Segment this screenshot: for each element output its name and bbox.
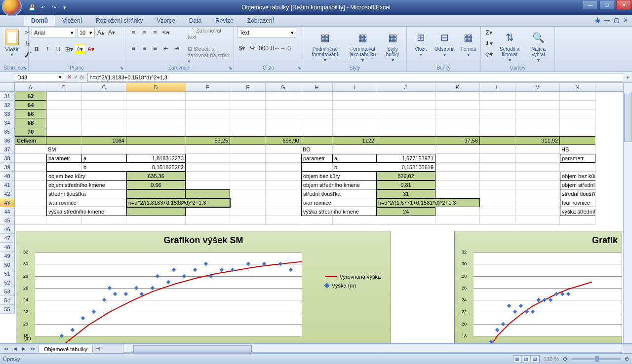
align-top-icon[interactable]: ≡	[128, 28, 138, 37]
cell-A33[interactable]: 66	[15, 109, 46, 118]
accept-formula-icon[interactable]: ✓	[74, 74, 78, 80]
vertical-scrollbar[interactable]	[623, 83, 632, 343]
row-header-32[interactable]: 32	[0, 101, 15, 109]
cell-B44[interactable]: výška středního kmene	[46, 207, 126, 216]
cell-D44[interactable]	[126, 207, 186, 216]
underline-button[interactable]: U	[53, 44, 63, 54]
fx-icon[interactable]: fx	[80, 74, 84, 80]
clipboard-expand-icon[interactable]: ⬊	[23, 66, 27, 71]
cell-B41[interactable]: objem středního kmene	[46, 181, 126, 189]
row-header-51[interactable]: 51	[0, 269, 15, 278]
view-break-icon[interactable]: ▧	[531, 355, 540, 363]
fill-color-button[interactable]: ◊▾	[75, 44, 85, 54]
italic-button[interactable]: I	[42, 44, 52, 54]
cell-N36[interactable]	[560, 136, 595, 145]
comma-icon[interactable]: 000	[259, 43, 269, 53]
col-header-G[interactable]: G	[266, 83, 301, 92]
cell-D43[interactable]: h=d^2/(1.8183+0.1518*d)^2+1,3	[126, 198, 230, 207]
sheet-last-icon[interactable]: ⏭	[29, 345, 37, 352]
cell-N44[interactable]: výška středního	[560, 207, 595, 216]
row-header-38[interactable]: 38	[0, 154, 15, 163]
tab-view[interactable]: Zobrazení	[240, 15, 281, 26]
col-header-J[interactable]: J	[376, 83, 435, 92]
conditional-format-button[interactable]: ▦Podmíněné formátování▾	[306, 28, 344, 65]
cell-A36[interactable]: Celkem	[15, 136, 46, 145]
font-name-combo[interactable]: Arial▾	[32, 28, 76, 37]
find-select-button[interactable]: 🔍Najít a vybrat▾	[525, 28, 552, 65]
save-icon[interactable]: 💾	[28, 3, 37, 12]
cell-B37[interactable]: SM	[46, 145, 82, 154]
cell-H38[interactable]: parametr	[301, 154, 333, 163]
col-header-C[interactable]: C	[82, 83, 126, 92]
undo-icon[interactable]: ↶	[39, 3, 47, 12]
indent-inc-icon[interactable]: ⇥	[172, 43, 182, 53]
cell-A31[interactable]: 62	[15, 92, 46, 101]
row-header-33[interactable]: 33	[0, 109, 15, 118]
cell-I36[interactable]: 1122	[333, 136, 376, 145]
row-header-43[interactable]: 43	[0, 198, 15, 207]
cell-B43[interactable]: tvar rovnice	[46, 198, 126, 207]
insert-cells-button[interactable]: ⊞Vložit▾	[410, 28, 432, 59]
cell-J41[interactable]: 0,81	[376, 181, 435, 189]
cell-F36[interactable]	[230, 136, 266, 145]
cell-D42[interactable]	[126, 189, 186, 198]
cell-G36[interactable]: 698,90	[266, 136, 301, 145]
cell-C38[interactable]: a	[82, 154, 126, 163]
cell-H43[interactable]: tvar rovnice	[301, 198, 376, 207]
tab-data[interactable]: Data	[182, 15, 208, 26]
tab-pagelayout[interactable]: Rozložení stránky	[89, 15, 150, 26]
cell-A32[interactable]: 64	[15, 101, 46, 109]
col-header-D[interactable]: D	[126, 83, 186, 92]
col-header-M[interactable]: M	[515, 83, 560, 92]
cell-B39[interactable]	[46, 163, 82, 172]
row-header-34[interactable]: 34	[0, 118, 15, 127]
sheet-tab[interactable]: Objemové tabulky	[39, 345, 93, 353]
restore-icon[interactable]: ▢	[614, 17, 619, 24]
cell-N42[interactable]: střední tloušťka	[560, 189, 595, 198]
align-bottom-icon[interactable]: ≡	[150, 28, 160, 37]
cell-J38[interactable]: 1,677153971	[376, 154, 435, 163]
new-sheet-icon[interactable]: ⊕	[93, 345, 103, 352]
close-doc-icon[interactable]: ✕	[623, 17, 628, 24]
cell-C36[interactable]: 1064	[82, 136, 126, 145]
col-header-F[interactable]: F	[230, 83, 266, 92]
cell-H41[interactable]: objem středního kmene	[301, 181, 376, 189]
zoom-percent[interactable]: 110 %	[544, 356, 559, 362]
select-all-corner[interactable]	[0, 83, 15, 92]
zoom-in-icon[interactable]: ⊕	[625, 356, 629, 362]
cell-H40[interactable]: objem bez kůry	[301, 172, 376, 181]
formula-expand-icon[interactable]: ▾	[623, 75, 632, 80]
col-header-N[interactable]: N	[560, 83, 595, 92]
currency-icon[interactable]: $▾	[237, 43, 247, 53]
number-expand-icon[interactable]: ⬊	[298, 66, 302, 71]
row-header-47[interactable]: 47	[0, 234, 15, 243]
zoom-slider[interactable]	[571, 358, 621, 360]
cell-M36[interactable]: 911,92	[515, 136, 560, 145]
cell-D40[interactable]: 635,36	[126, 172, 186, 181]
maximize-button[interactable]: □	[599, 0, 614, 10]
cell-J42[interactable]: 31	[376, 189, 435, 198]
format-cells-button[interactable]: ▦Formát▾	[458, 28, 479, 59]
col-header-B[interactable]: B	[46, 83, 82, 92]
minimize-button[interactable]: —	[583, 0, 597, 10]
name-box[interactable]: D43▾	[15, 73, 64, 82]
col-header-L[interactable]: L	[480, 83, 515, 92]
cell-J36[interactable]	[376, 136, 435, 145]
paste-button[interactable]: Vložit ▾	[3, 28, 21, 59]
tab-home[interactable]: Domů	[24, 15, 55, 26]
cell-N37[interactable]: HB	[560, 145, 595, 154]
row-header-39[interactable]: 39	[0, 163, 15, 172]
bold-button[interactable]: B	[32, 44, 41, 54]
col-header-H[interactable]: H	[301, 83, 333, 92]
font-color-button[interactable]: A▾	[86, 44, 96, 54]
cell-D36[interactable]	[126, 136, 186, 145]
scrollbar-thumb[interactable]	[624, 93, 632, 142]
scrollbar-thumb[interactable]	[133, 345, 252, 352]
cell-A34[interactable]: 68	[15, 118, 46, 127]
cell-I39[interactable]: b	[333, 163, 376, 172]
cell-J39[interactable]: 0,158105619	[376, 163, 435, 172]
cell-H36[interactable]	[301, 136, 333, 145]
row-header-52[interactable]: 52	[0, 278, 15, 287]
cell-K36[interactable]: 37,56	[435, 136, 480, 145]
cell-N41[interactable]: objem středního	[560, 181, 595, 189]
